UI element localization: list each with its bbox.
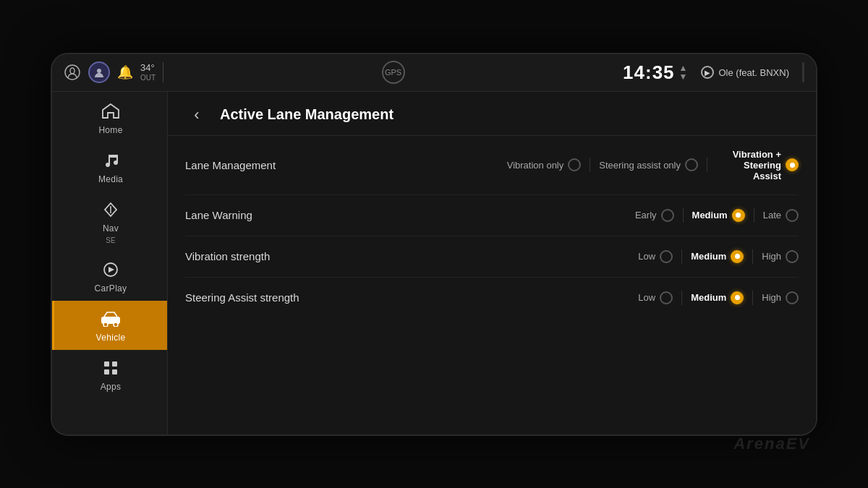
steering-assist-strength-options: Low Medium High	[341, 291, 799, 305]
infotainment-screen: 🔔 34° OUT GPS 14:35 ▲ ▼ ▶ Ole (feat. BNX…	[51, 53, 817, 436]
sidebar-item-carplay[interactable]: CarPlay	[52, 252, 167, 301]
lane-management-row: Lane Management Vibration only Steering …	[185, 136, 799, 195]
status-bar: 🔔 34° OUT GPS 14:35 ▲ ▼ ▶ Ole (feat. BNX…	[52, 54, 816, 92]
radio-steering-assist-only[interactable]	[685, 158, 698, 171]
driver-alert-icon	[64, 64, 81, 81]
radio-vibration-steering[interactable]	[786, 158, 799, 171]
radio-early[interactable]	[661, 209, 674, 222]
svg-rect-12	[112, 369, 117, 374]
apps-icon	[103, 360, 119, 379]
divider	[707, 158, 707, 172]
settings-list: Lane Management Vibration only Steering …	[168, 136, 816, 435]
page-header: ‹ Active Lane Management	[168, 92, 816, 136]
svg-point-0	[65, 65, 80, 80]
vehicle-icon	[100, 311, 122, 330]
vibration-strength-label: Vibration strength	[185, 250, 330, 262]
vibration-strength-options: Low Medium High	[341, 249, 799, 264]
carplay-icon	[103, 262, 119, 281]
svg-rect-10	[112, 361, 117, 367]
divider	[681, 249, 682, 264]
option-low-vib[interactable]: Low	[638, 250, 673, 263]
svg-point-2	[97, 69, 101, 73]
lane-warning-label: Lane Warning	[185, 209, 330, 221]
option-steering-assist-only[interactable]: Steering assist only	[599, 158, 698, 171]
sidebar-item-apps[interactable]: Apps	[52, 350, 167, 399]
svg-point-1	[70, 68, 75, 74]
radio-medium-vib[interactable]	[731, 250, 744, 263]
back-button[interactable]: ‹	[185, 103, 208, 127]
divider	[754, 208, 754, 223]
vibration-strength-row: Vibration strength Low Medium	[185, 236, 799, 278]
steering-assist-strength-label: Steering Assist strength	[185, 291, 330, 304]
radio-low-vib[interactable]	[660, 250, 673, 263]
radio-medium-warning[interactable]	[732, 209, 745, 222]
lane-management-options: Vibration only Steering assist only Vibr…	[341, 149, 799, 181]
time-arrows: ▲ ▼	[679, 64, 689, 81]
divider	[752, 249, 753, 264]
notification-bell-icon[interactable]: 🔔	[117, 64, 133, 80]
watermark: ArenaEV	[733, 435, 810, 453]
divider	[590, 158, 590, 172]
radio-medium-steer[interactable]	[731, 291, 744, 304]
divider	[752, 291, 753, 305]
sidebar-item-home[interactable]: Home	[52, 92, 167, 142]
nav-icon	[103, 202, 119, 221]
svg-point-7	[103, 322, 108, 327]
divider	[681, 291, 682, 305]
svg-point-8	[114, 322, 118, 327]
svg-rect-11	[104, 369, 109, 374]
clock-display: 14:35 ▲ ▼	[623, 61, 688, 84]
radio-vibration-only[interactable]	[568, 158, 581, 171]
option-medium-steer[interactable]: Medium	[691, 291, 744, 304]
radio-high-vib[interactable]	[786, 250, 799, 263]
gps-icon: GPS	[171, 61, 616, 84]
radio-late[interactable]	[786, 209, 799, 222]
play-icon: ▶	[701, 66, 714, 79]
home-icon	[101, 102, 120, 122]
option-medium-warning[interactable]: Medium	[692, 209, 745, 222]
lane-warning-row: Lane Warning Early Medium	[185, 195, 799, 236]
sidebar-item-nav[interactable]: Nav SE	[52, 192, 167, 252]
content-area: ‹ Active Lane Management Lane Management…	[168, 92, 816, 435]
sidebar-item-vehicle[interactable]: Vehicle	[52, 301, 167, 350]
option-vibration-only[interactable]: Vibration only	[507, 158, 582, 171]
option-vibration-steering[interactable]: Vibration +Steering Assist	[716, 149, 799, 181]
sidebar-item-media[interactable]: Media	[52, 142, 167, 192]
driver-profile-icon[interactable]	[88, 61, 110, 83]
svg-rect-9	[104, 361, 109, 367]
sidebar: Home Media Nav	[52, 92, 168, 435]
page-title: Active Lane Management	[220, 106, 393, 123]
option-early[interactable]: Early	[635, 209, 674, 222]
divider	[683, 208, 684, 223]
now-playing[interactable]: ▶ Ole (feat. BNXN)	[701, 66, 789, 79]
option-low-steer[interactable]: Low	[638, 291, 673, 304]
media-icon	[103, 153, 119, 171]
steering-assist-strength-row: Steering Assist strength Low Medium	[185, 278, 799, 318]
main-content: Home Media Nav	[52, 92, 816, 435]
option-high-vib[interactable]: High	[762, 250, 799, 263]
option-high-steer[interactable]: High	[762, 291, 799, 304]
option-medium-vib[interactable]: Medium	[691, 250, 744, 263]
radio-high-steer[interactable]	[786, 291, 799, 304]
temperature-display: 34° OUT	[140, 62, 163, 82]
lane-warning-options: Early Medium Late	[341, 208, 799, 223]
radio-low-steer[interactable]	[660, 291, 673, 304]
option-late[interactable]: Late	[763, 209, 799, 222]
lane-management-label: Lane Management	[185, 159, 330, 171]
svg-marker-5	[109, 267, 114, 273]
volume-indicator	[802, 62, 804, 82]
